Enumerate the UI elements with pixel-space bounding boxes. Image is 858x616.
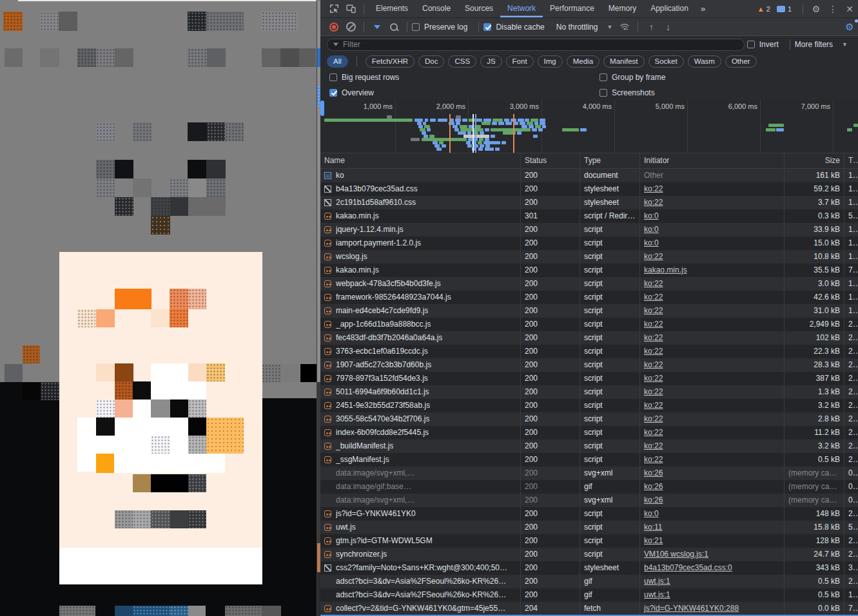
network-overview-timeline[interactable]: 1,000 ms2,000 ms3,000 ms4,000 ms5,000 ms… — [320, 100, 858, 153]
filter-chip-all[interactable]: All — [327, 55, 348, 68]
initiator-link[interactable]: ko:22 — [644, 401, 663, 410]
initiator-link[interactable]: ko:22 — [644, 455, 663, 464]
request-row[interactable]: index-6b09fcdd8e2f5445.js200scriptko:221… — [320, 426, 858, 439]
warnings-icon[interactable]: ▲ — [757, 5, 765, 13]
initiator-link[interactable]: ko:22 — [644, 414, 663, 423]
initiator-link[interactable]: ko:0 — [644, 225, 659, 234]
more-filters-button[interactable]: More filters — [795, 40, 833, 49]
request-row[interactable]: webpack-478a3cf5b4b0d3fe.js200scriptko:2… — [320, 277, 858, 291]
group-by-frame-checkbox[interactable] — [600, 73, 607, 81]
initiator-link[interactable]: ko:26 — [644, 496, 663, 505]
initiator-link[interactable]: js?id=G-YNKW461YK0:288 — [644, 604, 739, 613]
filter-chip-media[interactable]: Media — [567, 55, 600, 68]
column-header-init[interactable]: Initiator — [640, 153, 785, 168]
request-row[interactable]: data:image/svg+xml,…200svg+xmlko:26(memo… — [320, 494, 858, 507]
initiator-link[interactable]: ko:22 — [644, 198, 663, 207]
column-header-status[interactable]: Status — [521, 153, 580, 168]
column-header-time[interactable]: T… — [844, 153, 858, 168]
import-har-icon[interactable]: ↑ — [644, 20, 658, 34]
initiator-link[interactable]: ko:22 — [644, 320, 663, 329]
throttling-select[interactable]: No throttling — [556, 23, 598, 32]
request-row[interactable]: fec483df-db3f7b2046a0a64a.js200scriptko:… — [320, 331, 858, 345]
filter-chip-fetchxhr[interactable]: Fetch/XHR — [366, 55, 414, 68]
initiator-link[interactable]: ko:11 — [644, 523, 662, 532]
request-row[interactable]: js?id=G-YNKW461YK0200scriptko:0148 kB2… — [320, 507, 858, 521]
disable-cache-checkbox[interactable] — [483, 23, 491, 31]
initiator-link[interactable]: b4a13b079cec35ad.css:0 — [644, 563, 732, 572]
filter-toggle-icon[interactable] — [370, 20, 384, 34]
request-row[interactable]: wcslog.js200scriptko:2210.8 kB1… — [320, 250, 858, 264]
filter-chip-doc[interactable]: Doc — [418, 55, 444, 68]
filter-input[interactable]: Filter — [327, 39, 745, 51]
kebab-menu-icon[interactable]: ⋮ — [826, 2, 840, 16]
request-row[interactable]: gtm.js?id=GTM-WDWL5GM200scriptko:21128 k… — [320, 534, 858, 548]
filter-chip-socket[interactable]: Socket — [648, 55, 684, 68]
initiator-link[interactable]: ko:22 — [644, 360, 663, 369]
request-row[interactable]: 7978-897f3a152fd54de3.js200scriptko:2238… — [320, 372, 858, 385]
tab-sources[interactable]: Sources — [458, 0, 500, 17]
invert-checkbox[interactable] — [747, 41, 755, 48]
request-row[interactable]: 1907-ad5c27c3b3b7d60b.js200scriptko:2228… — [320, 358, 858, 372]
filter-chip-manifest[interactable]: Manifest — [603, 55, 644, 68]
initiator-link[interactable]: ko:0 — [644, 238, 659, 247]
initiator-link[interactable]: ko:21 — [644, 536, 663, 545]
request-row[interactable]: 3055-58c5470e34b2f706.js200scriptko:222.… — [320, 412, 858, 426]
initiator-link[interactable]: ko:0 — [644, 211, 659, 220]
request-row[interactable]: uwt.js200scriptko:1115.8 kB5… — [320, 521, 858, 534]
column-header-name[interactable]: Name — [320, 153, 521, 168]
settings-gear-icon[interactable]: ⚙ — [809, 2, 823, 16]
preserve-log-checkbox[interactable] — [412, 23, 420, 31]
initiator-link[interactable]: ko:22 — [644, 428, 663, 437]
filter-chip-css[interactable]: CSS — [448, 55, 476, 68]
close-devtools-icon[interactable]: ✕ — [843, 2, 857, 16]
request-row[interactable]: jquery-1.12.4.min.js200scriptko:033.9 kB… — [320, 223, 858, 236]
tab-application[interactable]: Application — [643, 0, 696, 17]
initiator-link[interactable]: ko:0 — [644, 509, 659, 518]
tab-network[interactable]: Network — [500, 0, 543, 17]
initiator-link[interactable]: ko:26 — [644, 468, 663, 477]
initiator-link[interactable]: ko:22 — [644, 333, 663, 342]
overview-checkbox[interactable] — [329, 89, 337, 97]
initiator-link[interactable]: ko:22 — [644, 293, 663, 302]
request-row[interactable]: adsct?bci=3&dv=Asia%2FSeoul%26ko-KR%26…2… — [320, 575, 858, 588]
more-tabs-button[interactable]: » — [696, 4, 710, 14]
tab-memory[interactable]: Memory — [601, 0, 643, 17]
inspect-element-icon[interactable] — [327, 2, 341, 16]
record-button[interactable] — [327, 20, 341, 34]
search-icon[interactable] — [387, 20, 401, 34]
request-row[interactable]: ko200documentOther161 kB1… — [320, 169, 858, 182]
request-row[interactable]: data:image/gif;base…200gifko:26(memory c… — [320, 480, 858, 494]
tab-console[interactable]: Console — [415, 0, 458, 17]
request-row[interactable]: collect?v=2&tid=G-YNKW461YK0&gtm=45je55…… — [320, 602, 858, 615]
column-header-type[interactable]: Type — [580, 153, 640, 168]
initiator-link[interactable]: ko:26 — [644, 482, 663, 491]
request-row[interactable]: 2c191b1d58af9610.css200stylesheetko:223.… — [320, 196, 858, 209]
request-row[interactable]: b4a13b079cec35ad.css200stylesheetko:2259… — [320, 182, 858, 196]
filter-chip-wasm[interactable]: Wasm — [688, 55, 721, 68]
initiator-link[interactable]: kakao.min.js — [644, 265, 687, 274]
big-request-rows-checkbox[interactable] — [329, 73, 337, 81]
initiator-link[interactable]: ko:22 — [644, 306, 663, 315]
initiator-link[interactable]: ko:22 — [644, 252, 663, 261]
clear-button[interactable] — [344, 20, 358, 34]
overview-drag-handle[interactable] — [320, 101, 324, 116]
request-row[interactable]: data:image/svg+xml,…200svg+xmlko:26(memo… — [320, 467, 858, 480]
screenshots-checkbox[interactable] — [600, 89, 607, 97]
initiator-link[interactable]: ko:22 — [644, 347, 663, 356]
device-toolbar-icon[interactable] — [344, 2, 358, 16]
request-row[interactable]: adsct?bci=3&dv=Asia%2FSeoul%26ko-KR%26…2… — [320, 588, 858, 602]
filter-chip-img[interactable]: Img — [538, 55, 563, 68]
issues-icon[interactable] — [777, 6, 785, 12]
request-row[interactable]: synchronizer.js200scriptVM106 wcslog.js:… — [320, 548, 858, 561]
initiator-link[interactable]: ko:22 — [644, 374, 663, 383]
filter-chip-font[interactable]: Font — [506, 55, 534, 68]
request-row[interactable]: _buildManifest.js200scriptko:223.2 kB2… — [320, 439, 858, 453]
request-row[interactable]: 5011-6994a6f9b60dd1c1.js200scriptko:221.… — [320, 385, 858, 399]
request-row[interactable]: framework-98526448923a7044.js200scriptko… — [320, 291, 858, 304]
tab-performance[interactable]: Performance — [543, 0, 601, 17]
initiator-link[interactable]: ko:22 — [644, 279, 663, 288]
network-conditions-icon[interactable] — [618, 20, 632, 34]
initiator-link[interactable]: VM106 wcslog.js:1 — [644, 550, 708, 559]
network-settings-gear-icon[interactable]: ⚙ — [843, 20, 857, 34]
initiator-link[interactable]: uwt.js:1 — [644, 577, 670, 586]
